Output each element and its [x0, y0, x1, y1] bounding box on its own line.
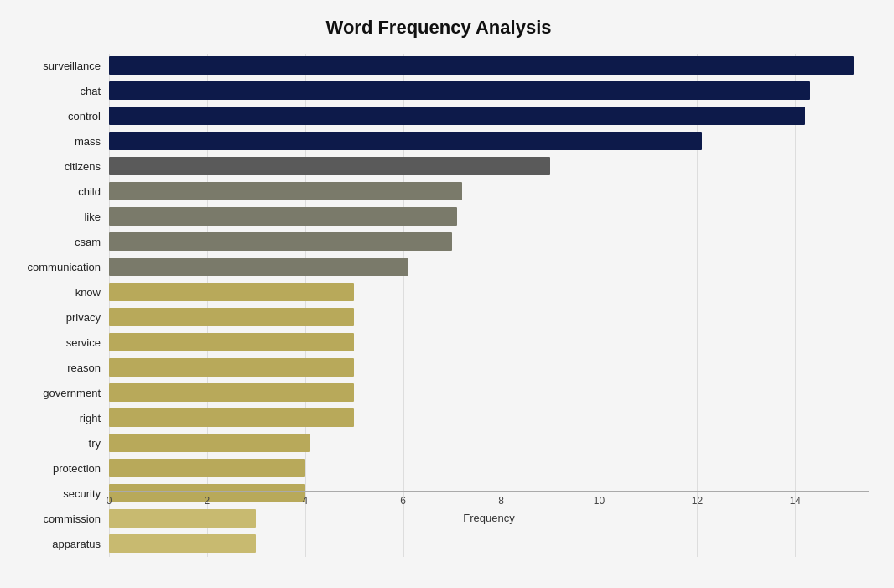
bar-row: control: [8, 104, 869, 127]
bar-track: [109, 408, 869, 427]
bar-row: csam: [8, 230, 869, 253]
x-tick: 4: [302, 495, 308, 507]
bar-fill: [109, 459, 305, 477]
bar-fill: [109, 157, 550, 175]
bar-track: [109, 81, 869, 100]
bar-label: security: [8, 487, 109, 500]
x-tick: 2: [205, 495, 211, 507]
bar-label: government: [8, 387, 109, 399]
bar-label: child: [8, 185, 109, 198]
x-axis-label: Frequency: [109, 512, 869, 524]
chart-container: Word Frequency Analysis surveillancechat…: [0, 0, 894, 588]
bar-label: reason: [8, 362, 109, 374]
bar-track: [109, 308, 869, 326]
bar-label: apparatus: [8, 538, 109, 550]
bar-label: commission: [8, 513, 109, 525]
bar-track: [109, 182, 869, 200]
bar-fill: [109, 408, 354, 427]
bar-track: [109, 107, 869, 125]
bar-label: mass: [8, 135, 109, 148]
bar-label: communication: [8, 261, 109, 273]
bar-track: [109, 132, 869, 150]
bar-track: [109, 283, 869, 301]
bar-track: [109, 258, 869, 276]
bar-row: try: [8, 431, 869, 455]
x-tick: 0: [107, 495, 112, 507]
bar-fill: [109, 434, 310, 452]
bar-track: [109, 56, 869, 75]
bar-row: communication: [8, 255, 869, 278]
bar-label: privacy: [8, 311, 109, 324]
x-tick: 6: [400, 495, 406, 507]
x-tick: 10: [594, 495, 605, 507]
bar-row: privacy: [8, 305, 869, 329]
bar-label: csam: [8, 236, 109, 248]
bar-track: [109, 232, 869, 251]
bar-row: protection: [8, 456, 869, 480]
bar-fill: [109, 232, 452, 251]
bar-row: mass: [8, 129, 869, 153]
bar-label: like: [8, 211, 109, 223]
bar-label: protection: [8, 462, 109, 475]
bar-label: citizens: [8, 160, 109, 173]
bar-fill: [109, 358, 354, 377]
x-tick: 8: [498, 495, 504, 507]
bar-fill: [109, 132, 702, 150]
x-axis-container: 02468101214 Frequency: [109, 491, 869, 524]
bar-label: surveillance: [8, 60, 109, 72]
chart-area: surveillancechatcontrolmasscitizenschild…: [8, 54, 869, 524]
bar-row: surveillance: [8, 54, 869, 77]
bar-row: right: [8, 406, 869, 429]
bar-fill: [109, 333, 354, 351]
bar-label: control: [8, 110, 109, 122]
bar-row: know: [8, 280, 869, 304]
bar-fill: [109, 383, 354, 402]
bar-fill: [109, 283, 354, 301]
x-tick: 14: [790, 495, 801, 507]
bar-track: [109, 383, 869, 402]
bar-row: government: [8, 381, 869, 404]
chart-title: Word Frequency Analysis: [8, 17, 869, 39]
bar-label: right: [8, 412, 109, 424]
bar-row: like: [8, 205, 869, 228]
bars-wrapper: surveillancechatcontrolmasscitizenschild…: [8, 54, 869, 557]
bar-track: [109, 534, 869, 553]
bar-fill: [109, 182, 462, 200]
bar-track: [109, 358, 869, 377]
bar-row: chat: [8, 79, 869, 102]
bar-fill: [109, 81, 810, 100]
bar-row: reason: [8, 356, 869, 379]
bar-row: apparatus: [8, 532, 869, 555]
bar-fill: [109, 258, 408, 276]
bar-track: [109, 459, 869, 477]
bar-row: citizens: [8, 154, 869, 178]
bar-track: [109, 157, 869, 175]
x-ticks: 02468101214: [109, 492, 869, 508]
bar-row: service: [8, 330, 869, 354]
bar-label: service: [8, 336, 109, 349]
bar-label: try: [8, 437, 109, 450]
bar-track: [109, 434, 869, 452]
bar-fill: [109, 308, 354, 326]
bar-label: know: [8, 286, 109, 299]
bar-label: chat: [8, 85, 109, 97]
bar-row: child: [8, 180, 869, 203]
bar-track: [109, 207, 869, 226]
bar-track: [109, 333, 869, 351]
x-tick: 12: [692, 495, 703, 507]
bar-fill: [109, 56, 854, 75]
bar-fill: [109, 107, 805, 125]
bar-fill: [109, 207, 457, 226]
bar-fill: [109, 534, 256, 553]
